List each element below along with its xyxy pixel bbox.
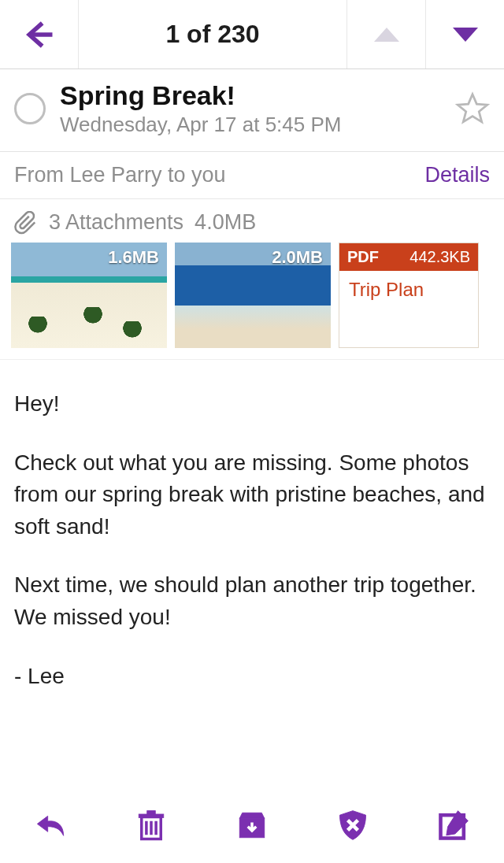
body-paragraph: Next time, we should plan another trip t… (14, 569, 490, 633)
message-position-label: 1 of 230 (79, 0, 346, 69)
star-button[interactable] (455, 91, 490, 126)
chevron-up-icon (374, 28, 399, 42)
attachment-pdf[interactable]: PDF 442.3KB Trip Plan (339, 243, 479, 348)
attachment-size: 1.6MB (108, 247, 159, 268)
compose-icon (436, 808, 471, 843)
pdf-header: PDF 442.3KB (339, 243, 478, 271)
archive-icon (234, 809, 270, 842)
star-icon (458, 94, 487, 122)
compose-button[interactable] (428, 800, 479, 850)
attachments-total-size: 4.0MB (195, 210, 256, 235)
reply-icon (32, 809, 69, 841)
attachment-thumb[interactable]: 2.0MB (175, 243, 331, 348)
from-row: From Lee Parry to you Details (0, 152, 504, 199)
paperclip-icon (14, 211, 38, 235)
prev-message-button[interactable] (346, 0, 425, 69)
subject-text: Spring Break! (60, 80, 455, 111)
details-button[interactable]: Details (424, 163, 490, 187)
spam-button[interactable] (328, 800, 378, 850)
subject-block: Spring Break! Wednesday, Apr 17 at 5:45 … (60, 80, 455, 137)
body-signature: - Lee (14, 661, 490, 693)
next-message-button[interactable] (425, 0, 504, 69)
shield-x-icon (335, 808, 370, 843)
trash-icon (135, 807, 168, 843)
reply-button[interactable] (25, 800, 76, 850)
decor (27, 317, 49, 334)
attachment-thumb[interactable]: 1.6MB (11, 243, 167, 348)
decor (121, 321, 143, 339)
body-paragraph: Check out what you are missing. Some pho… (14, 447, 490, 543)
attachments-strip: 1.6MB 2.0MB PDF 442.3KB Trip Plan (0, 243, 504, 360)
back-button[interactable] (0, 0, 79, 69)
svg-rect-2 (147, 811, 156, 814)
from-text: From Lee Parry to you (14, 163, 226, 187)
archive-button[interactable] (227, 800, 277, 850)
body-paragraph: Hey! (14, 388, 490, 420)
top-nav: 1 of 230 (0, 0, 504, 69)
timestamp-text: Wednesday, Apr 17 at 5:45 PM (60, 113, 455, 137)
chevron-down-icon (453, 28, 478, 42)
attachments-count: 3 Attachments (49, 210, 183, 235)
message-body: Hey! Check out what you are missing. Som… (0, 360, 504, 747)
bottom-toolbar (0, 787, 504, 863)
pdf-badge: PDF (347, 248, 379, 266)
attachment-size: 442.3KB (410, 248, 470, 266)
pdf-title: Trip Plan (339, 271, 478, 309)
decor (82, 307, 104, 324)
attachment-size: 2.0MB (272, 247, 323, 268)
svg-rect-1 (139, 814, 164, 817)
subject-row: Spring Break! Wednesday, Apr 17 at 5:45 … (0, 69, 504, 152)
attachments-header: 3 Attachments 4.0MB (0, 199, 504, 243)
select-circle[interactable] (14, 93, 46, 124)
back-arrow-icon (22, 17, 57, 52)
delete-button[interactable] (126, 800, 176, 850)
